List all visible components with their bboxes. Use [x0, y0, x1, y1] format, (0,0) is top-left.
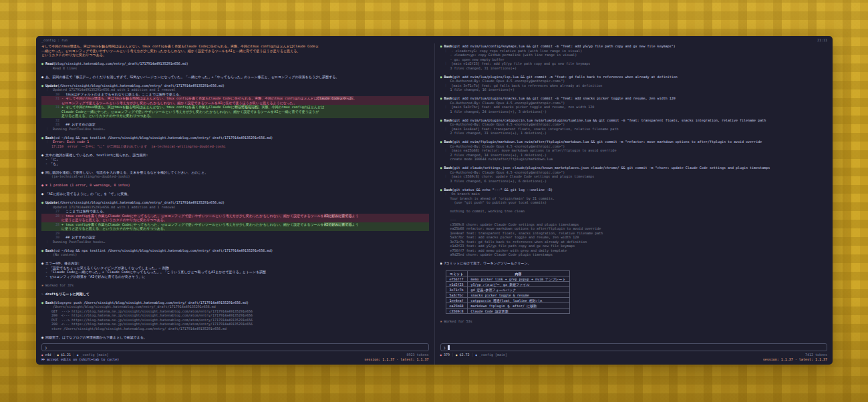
- tmux-clock: 21:11: [817, 38, 827, 42]
- status-metric: 379: [444, 353, 450, 357]
- prompt-chevron: ❯: [45, 345, 47, 350]
- commit-desc: yS/yp パスコピー、gx 新規ファイル: [467, 282, 569, 287]
- right-claude-statusline: ● 379 │ ● $2.72 │ ● _config [main] 7412 …: [440, 353, 828, 362]
- table-row: e1d2f23yS/yp パスコピー、gx 新規ファイル: [446, 282, 569, 287]
- cost-dot-icon: ●: [456, 353, 457, 357]
- left-claude-statusline: ● e4d │ ● $1.21 │ ● _config [main] 8923 …: [41, 353, 429, 362]
- commit-desc: memo picker link + grep popup + nvim テンプ…: [467, 276, 569, 282]
- tmux-session-window: _config : run: [41, 38, 67, 42]
- table-header: 内容: [467, 271, 569, 276]
- commit-desc: snacks picker toggle & resume: [467, 292, 569, 298]
- token-count: 7412 tokens: [805, 353, 827, 357]
- session-cost: $2.72: [459, 353, 469, 357]
- commit-desc: markdown ftplugin を after/ に移動: [467, 303, 569, 309]
- commit-hash: 5a3c7bc: [446, 292, 467, 298]
- token-count: 8923 tokens: [406, 353, 428, 357]
- table-row: e756ff7memo picker link + grep popup + n…: [446, 276, 569, 282]
- table-row: c3569c8Claude Code 設定更新: [446, 309, 569, 314]
- git-branch-icon: ●: [77, 353, 78, 357]
- pane-container: そして今回のtmux環境も、実はtmuxを触る時間はほとんどない。tmux co…: [36, 43, 833, 365]
- permission-mode: ⏵⏵ accept edits on (shift+tab to cycle): [41, 357, 119, 362]
- right-terminal-pane[interactable]: ● Bash(git add nvim/lua/config/keymaps.l…: [435, 43, 833, 365]
- commit-desc: gd 定義→参照フォールバック: [467, 287, 569, 292]
- tmux-status-bar: _config : run 21:11: [36, 36, 833, 43]
- terminal-line: ✳ Worked for 53s: [440, 319, 828, 324]
- commit-desc: Claude Code 設定更新: [467, 309, 569, 314]
- left-terminal-pane[interactable]: そして今回のtmux環境も、実はtmuxを触る時間はほとんどない。tmux co…: [36, 43, 434, 365]
- commit-desc: catppuccin 透過float、lualine 相対パス: [467, 298, 569, 303]
- table-row: 5a3c7bcsnacks picker toggle & resume: [446, 292, 569, 298]
- repo-branch: _config [main]: [479, 353, 507, 357]
- status-dot-icon: ●: [41, 353, 43, 357]
- left-pane-output: そして今回のtmux環境も、実はtmuxを触る時間はほとんどない。tmux co…: [41, 44, 429, 341]
- left-prompt-input[interactable]: ❯: [41, 343, 429, 351]
- status-metric: e4d: [45, 353, 51, 357]
- table-header-row: コミット内容: [446, 271, 569, 276]
- git-branch-icon: ●: [475, 353, 476, 357]
- commit-hash: ea25b68: [446, 303, 467, 309]
- table-row: 1ee4eafcatppuccin 透過float、lualine 相対パス: [446, 298, 569, 303]
- right-prompt-input[interactable]: ❯: [440, 343, 828, 351]
- commit-hash: c3569c8: [446, 309, 467, 314]
- status-separator: │: [53, 353, 55, 357]
- status-separator: │: [73, 353, 75, 357]
- prompt-chevron: ❯: [444, 345, 446, 350]
- table-header: コミット: [446, 271, 467, 276]
- table-row: ea25b68markdown ftplugin を after/ に移動: [446, 303, 569, 309]
- status-separator: │: [452, 353, 454, 357]
- terminal-window[interactable]: _config : run 21:11 そして今回のtmux環境も、実はtmux…: [36, 36, 833, 365]
- session-version: session: 1.1.37 · latest: 1.1.37: [763, 357, 827, 362]
- commit-hash: 3e71c7b: [446, 287, 467, 292]
- terminal-line: ● 同期完了。はてなブログの管理画面から下書きとして確認できる。: [41, 335, 429, 340]
- status-dot-icon: ●: [440, 353, 442, 357]
- cost-dot-icon: ●: [57, 353, 58, 357]
- status-separator: │: [471, 353, 473, 357]
- session-cost: $1.21: [61, 353, 71, 357]
- text-cursor: [448, 345, 450, 350]
- session-version: session: 1.1.37 · latest: 1.1.37: [364, 357, 428, 362]
- terminal-line: [440, 266, 828, 270]
- right-pane-output: ● Bash(git add nvim/lua/config/keymaps.l…: [440, 44, 828, 341]
- commit-hash: e756ff7: [446, 276, 467, 282]
- commit-hash: 1ee4eaf: [446, 298, 467, 303]
- commit-hash: e1d2f23: [446, 282, 467, 287]
- repo-branch: _config [main]: [80, 353, 108, 357]
- commit-summary-table: コミット内容e756ff7memo picker link + grep pop…: [446, 270, 570, 314]
- desktop-wallpaper: { "colors": { "terminal_bg": "#1e1e2e", …: [0, 0, 868, 402]
- table-row: 3e71c7bgd 定義→参照フォールバック: [446, 287, 569, 292]
